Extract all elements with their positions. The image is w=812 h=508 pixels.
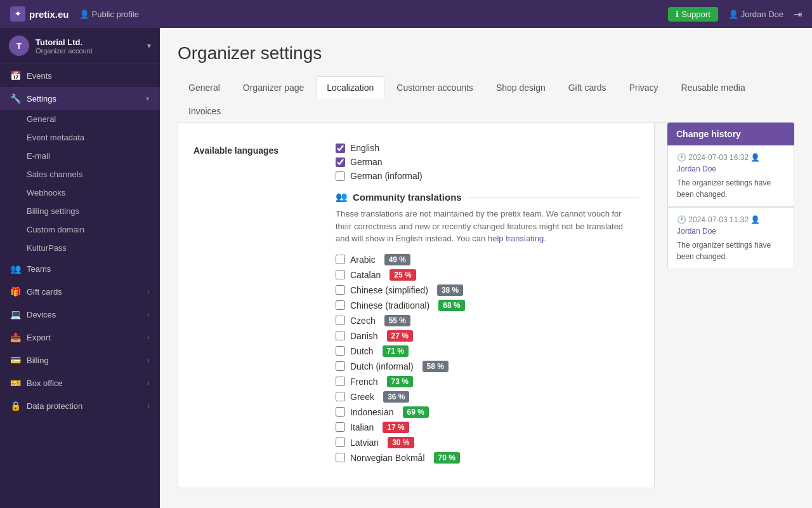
sidebar-sub-billing-settings[interactable]: Billing settings bbox=[0, 202, 160, 220]
settings-card-wrapper: Available languages English German bbox=[178, 123, 655, 488]
sidebar-item-box-office[interactable]: 🎫 Box office ‹ bbox=[0, 371, 160, 394]
lang-nl-checkbox[interactable] bbox=[336, 346, 345, 356]
sidebar-item-events[interactable]: 📅 Events bbox=[0, 64, 160, 87]
community-divider bbox=[467, 197, 639, 197]
lang-zh-hans-row: Chinese (simplified)38 % bbox=[336, 284, 639, 296]
lang-de-checkbox[interactable] bbox=[336, 157, 345, 167]
org-switcher[interactable]: T Tutorial Ltd. Organizer account ▾ bbox=[0, 28, 160, 64]
history-message: The organizer settings have been changed… bbox=[677, 239, 785, 262]
logo[interactable]: ✦ pretix.eu bbox=[10, 6, 69, 22]
sidebar-item-settings[interactable]: 🔧 Settings ▾ bbox=[0, 87, 160, 110]
lang-nl-row: Dutch71 % bbox=[336, 345, 639, 357]
org-caret-icon: ▾ bbox=[147, 41, 151, 50]
lang-lv-row: Latvian30 % bbox=[336, 437, 639, 448]
history-user: 👤 Jordan Doe bbox=[677, 153, 760, 173]
lang-it-checkbox[interactable] bbox=[336, 422, 345, 432]
lang-cs-row: Czech55 % bbox=[336, 315, 639, 326]
lang-zh-hans-label: Chinese (simplified) bbox=[350, 285, 428, 295]
sidebar-sub-sales-channels[interactable]: Sales channels bbox=[0, 165, 160, 184]
lang-ar-checkbox[interactable] bbox=[336, 255, 345, 264]
lang-lv-label: Latvian bbox=[350, 438, 379, 448]
settings-caret-icon: ▾ bbox=[146, 95, 150, 103]
lang-cs-checkbox[interactable] bbox=[336, 316, 345, 325]
sidebar-item-billing[interactable]: 💳 Billing ‹ bbox=[0, 349, 160, 371]
sidebar-sub-custom-domain[interactable]: Custom domain bbox=[0, 220, 160, 239]
change-history-header: Change history bbox=[667, 123, 794, 145]
available-languages-content: English German German (informal) bbox=[336, 143, 639, 467]
lang-zh-hant-checkbox[interactable] bbox=[336, 300, 345, 310]
available-languages-label: Available languages bbox=[193, 143, 320, 156]
lang-cs-badge: 55 % bbox=[384, 315, 410, 326]
billing-caret-icon: ‹ bbox=[147, 356, 150, 364]
sidebar-item-teams[interactable]: 👥 Teams bbox=[0, 257, 160, 280]
main-layout: T Tutorial Ltd. Organizer account ▾ 📅 Ev… bbox=[0, 28, 812, 508]
history-message: The organizer settings have been changed… bbox=[677, 177, 785, 200]
lang-id-checkbox[interactable] bbox=[336, 407, 345, 417]
profile-icon: 👤 bbox=[79, 10, 89, 19]
tab-general[interactable]: General bbox=[178, 76, 231, 98]
tab-invoices[interactable]: Invoices bbox=[178, 100, 232, 122]
user-icon: 👤 bbox=[728, 10, 738, 19]
lang-en-label: English bbox=[350, 143, 379, 153]
lang-fr-checkbox[interactable] bbox=[336, 377, 345, 386]
sidebar-sub-kulturpass[interactable]: KulturPass bbox=[0, 239, 160, 257]
tab-localization[interactable]: Localization bbox=[316, 76, 384, 98]
lang-id-row: Indonesian69 % bbox=[336, 406, 639, 418]
devices-icon: 💻 bbox=[10, 309, 20, 319]
lang-fr-row: French73 % bbox=[336, 376, 639, 387]
lang-ar-row: Arabic49 % bbox=[336, 254, 639, 265]
org-sub: Organizer account bbox=[36, 47, 141, 55]
tab-shop-design[interactable]: Shop design bbox=[485, 76, 556, 98]
lang-zh-hans-badge: 38 % bbox=[437, 284, 463, 296]
export-caret-icon: ‹ bbox=[147, 333, 150, 341]
tab-privacy[interactable]: Privacy bbox=[619, 76, 669, 98]
support-button[interactable]: ℹ Support bbox=[668, 7, 718, 22]
lang-el-row: Greek36 % bbox=[336, 391, 639, 403]
sidebar-sub-email[interactable]: E-mail bbox=[0, 147, 160, 165]
lang-lv-badge: 30 % bbox=[388, 437, 414, 448]
lang-zh-hant-label: Chinese (traditional) bbox=[350, 300, 429, 311]
lang-id-label: Indonesian bbox=[350, 407, 394, 417]
lang-ca-checkbox[interactable] bbox=[336, 270, 345, 279]
lang-de-informal-checkbox[interactable] bbox=[336, 171, 345, 181]
box-office-caret-icon: ‹ bbox=[147, 379, 150, 387]
tab-reusable-media[interactable]: Reusable media bbox=[671, 76, 756, 98]
history-entry: 🕐 2024-07-03 11:32 👤 Jordan Doe The orga… bbox=[667, 207, 794, 269]
sidebar-item-devices[interactable]: 💻 Devices ‹ bbox=[0, 303, 160, 326]
lang-de-informal-label: German (informal) bbox=[350, 171, 422, 181]
lang-it-badge: 17 % bbox=[383, 422, 409, 433]
sidebar-item-export[interactable]: 📤 Export ‹ bbox=[0, 326, 160, 349]
community-notice: These translations are not maintained by… bbox=[336, 208, 639, 245]
logout-button[interactable]: ⇥ bbox=[794, 8, 802, 20]
sidebar-item-data-protection[interactable]: 🔒 Data protection ‹ bbox=[0, 394, 160, 417]
sidebar-sub-webhooks[interactable]: Webhooks bbox=[0, 184, 160, 202]
lang-nb-checkbox[interactable] bbox=[336, 453, 345, 462]
lang-da-checkbox[interactable] bbox=[336, 331, 345, 340]
lang-ar-label: Arabic bbox=[350, 255, 376, 265]
sidebar-item-label: Teams bbox=[27, 264, 150, 274]
lang-el-checkbox[interactable] bbox=[336, 392, 345, 401]
sidebar: T Tutorial Ltd. Organizer account ▾ 📅 Ev… bbox=[0, 28, 160, 508]
sidebar-item-label: Gift cards bbox=[27, 287, 141, 297]
public-profile-link[interactable]: 👤 Public profile bbox=[79, 10, 139, 19]
sidebar-sub-event-metadata[interactable]: Event metadata bbox=[0, 128, 160, 147]
tab-organizer-page[interactable]: Organizer page bbox=[232, 76, 315, 98]
lang-it-row: Italian17 % bbox=[336, 422, 639, 433]
user-menu[interactable]: 👤 Jordan Doe bbox=[728, 10, 783, 19]
lang-ar-badge: 49 % bbox=[384, 254, 410, 265]
lang-zh-hans-checkbox[interactable] bbox=[336, 285, 345, 295]
gift-cards-caret-icon: ‹ bbox=[147, 288, 150, 295]
lang-en-checkbox[interactable] bbox=[336, 144, 345, 153]
teams-icon: 👥 bbox=[10, 264, 20, 274]
help-translating-link[interactable]: help translating bbox=[488, 234, 544, 243]
tab-gift-cards[interactable]: Gift cards bbox=[558, 76, 617, 98]
org-name: Tutorial Ltd. bbox=[36, 37, 141, 47]
lang-nl-informal-label: Dutch (informal) bbox=[350, 361, 414, 371]
sidebar-sub-general[interactable]: General bbox=[0, 110, 160, 128]
tab-customer-accounts[interactable]: Customer accounts bbox=[386, 76, 484, 98]
sidebar-item-gift-cards[interactable]: 🎁 Gift cards ‹ bbox=[0, 280, 160, 303]
lang-nl-badge: 71 % bbox=[383, 345, 409, 357]
lang-lv-checkbox[interactable] bbox=[336, 438, 345, 447]
history-entry: 🕐 2024-07-03 16:32 👤 Jordan Doe The orga… bbox=[667, 145, 794, 207]
lang-nl-informal-checkbox[interactable] bbox=[336, 361, 345, 371]
